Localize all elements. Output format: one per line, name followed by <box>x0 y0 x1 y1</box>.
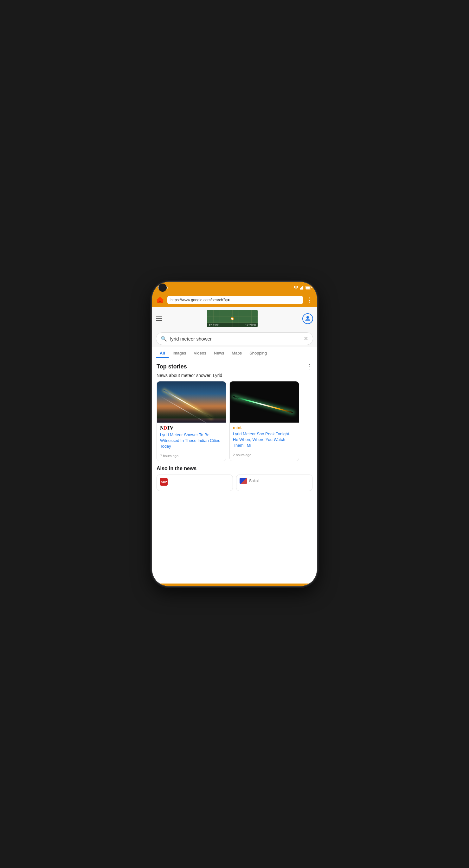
phone-shell: 10:59 <box>152 282 317 586</box>
ndtv-headline: Lyrid Meteor Shower To Be Witnessed In T… <box>157 432 226 452</box>
mint-source-label: mint <box>230 423 299 431</box>
main-content: Top stories ⋮ News about meteor shower, … <box>152 358 317 584</box>
top-stories-header: Top stories ⋮ <box>152 358 317 373</box>
also-in-news-section: Also in the news ABP Sakal <box>152 461 317 494</box>
bottom-nav: ‹ › ↺ <box>152 584 317 586</box>
search-icon: 🔍 <box>161 336 167 342</box>
also-card-sakal[interactable]: Sakal <box>236 474 313 491</box>
ndtv-logo: NDTV <box>160 425 173 431</box>
svg-rect-4 <box>303 286 304 289</box>
home-icon <box>156 296 164 304</box>
camera-notch <box>158 283 167 292</box>
user-avatar[interactable] <box>302 313 313 324</box>
svg-rect-6 <box>311 287 312 288</box>
filter-tabs: All Images Videos News Maps Shopping <box>152 347 317 358</box>
hamburger-line-3 <box>156 320 162 321</box>
wifi-icon <box>293 286 298 289</box>
ndtv-d-letter: D <box>164 425 167 431</box>
also-card-abp[interactable]: ABP <box>156 474 233 491</box>
phone-inner: 10:59 <box>152 282 317 586</box>
sakal-source: Sakal <box>240 478 309 484</box>
news-cards-row: NDTV Lyrid Meteor Shower To Be Witnessed… <box>152 381 317 461</box>
hamburger-line-2 <box>156 318 162 319</box>
abp-logo-icon: ABP <box>160 478 168 486</box>
ndtv-time: 7 hours ago <box>157 452 226 461</box>
abp-source: ABP <box>160 478 229 486</box>
hamburger-menu[interactable] <box>156 316 162 321</box>
map-thumbnail[interactable]: 12-1995 12-2020 <box>207 310 258 327</box>
clear-search-icon[interactable]: ✕ <box>303 335 308 342</box>
ndtv-card-image <box>157 381 226 423</box>
city-lights <box>157 408 226 419</box>
svg-point-0 <box>296 289 296 289</box>
news-subtitle: News about meteor shower, Lyrid <box>152 373 317 381</box>
mint-headline: Lyrid Meteor Sho Peak Tonight. He When, … <box>230 431 299 451</box>
battery-icon <box>305 286 312 289</box>
svg-point-11 <box>306 316 309 319</box>
mint-time: 2 hours ago <box>230 451 299 460</box>
search-bar-container: 🔍 lyrid meteor shower ✕ <box>152 330 317 347</box>
tab-images[interactable]: Images <box>169 348 190 358</box>
browser-chrome: https://www.google.com/search?q= ⋮ <box>152 293 317 307</box>
top-stories-title: Top stories <box>156 363 187 370</box>
google-header: 12-1995 12-2020 <box>152 307 317 330</box>
svg-rect-2 <box>301 287 302 289</box>
browser-menu-dots[interactable]: ⋮ <box>305 297 314 304</box>
hamburger-line-1 <box>156 316 162 317</box>
tab-news[interactable]: News <box>210 348 228 358</box>
sakal-logo-icon <box>240 478 247 484</box>
map-date-end: 12-2020 <box>245 323 256 327</box>
search-bar[interactable]: 🔍 lyrid meteor shower ✕ <box>156 332 313 345</box>
tab-maps[interactable]: Maps <box>228 348 245 358</box>
map-date-start: 12-1995 <box>209 323 219 327</box>
svg-rect-1 <box>300 288 301 289</box>
abp-logo-text: ABP <box>161 480 167 484</box>
search-query: lyrid meteor shower <box>170 336 300 341</box>
mint-card-image <box>230 381 299 423</box>
svg-rect-7 <box>306 287 310 289</box>
map-dates: 12-1995 12-2020 <box>207 323 258 327</box>
sakal-source-name: Sakal <box>249 479 259 483</box>
home-button[interactable] <box>155 295 165 305</box>
url-bar[interactable]: https://www.google.com/search?q= <box>167 296 303 304</box>
tab-videos[interactable]: Videos <box>190 348 210 358</box>
news-card-ndtv[interactable]: NDTV Lyrid Meteor Shower To Be Witnessed… <box>156 381 226 461</box>
status-bar: 10:59 <box>152 282 317 293</box>
status-icons <box>293 286 312 289</box>
news-card-mint[interactable]: mint Lyrid Meteor Sho Peak Tonight. He W… <box>229 381 299 461</box>
ndtv-source-label: NDTV <box>157 423 226 432</box>
signal-icon <box>300 286 304 289</box>
mint-meteor-trail <box>233 396 293 413</box>
top-stories-more-dots[interactable]: ⋮ <box>306 363 313 370</box>
also-news-cards-row: ABP Sakal <box>156 474 313 491</box>
tab-shopping[interactable]: Shopping <box>245 348 271 358</box>
also-in-news-title: Also in the news <box>156 466 313 471</box>
map-dot <box>231 317 234 320</box>
avatar-icon <box>304 315 312 322</box>
svg-rect-3 <box>302 286 303 289</box>
tab-all[interactable]: All <box>156 348 169 358</box>
